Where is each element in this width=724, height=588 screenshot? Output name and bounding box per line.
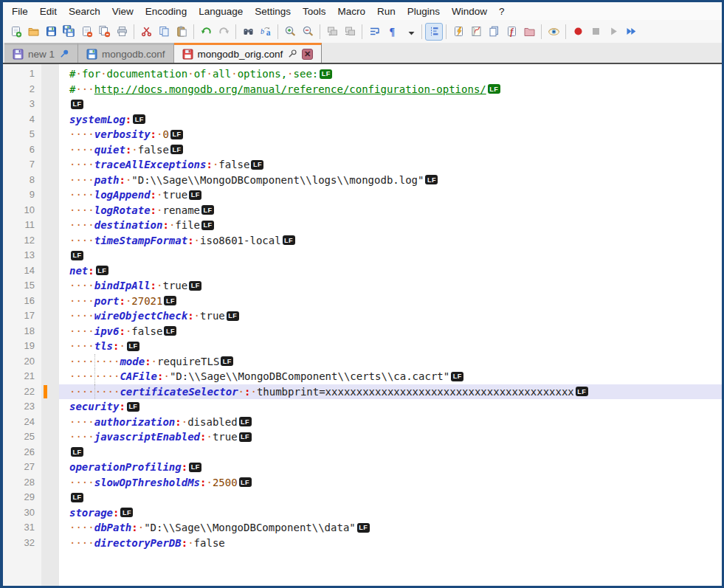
code-text[interactable]: ····traceAllExceptions:·falseLF <box>59 157 722 173</box>
line-number[interactable]: 21 <box>3 369 41 384</box>
code-text[interactable]: ····javascriptEnabled:·trueLF <box>59 429 722 445</box>
line-number[interactable]: 16 <box>3 294 41 309</box>
menu-item-plugins[interactable]: Plugins <box>401 4 446 19</box>
bookmark-margin[interactable] <box>41 97 59 112</box>
line-number[interactable]: 13 <box>3 248 41 263</box>
line-number[interactable]: 23 <box>3 399 41 415</box>
line-number[interactable]: 9 <box>3 187 41 203</box>
code-text[interactable]: ····slowOpThresholdMs:·2500LF <box>59 475 722 491</box>
close-all-docs-button[interactable] <box>95 23 113 41</box>
menu-item-run[interactable]: Run <box>371 4 401 19</box>
word-wrap-button[interactable] <box>365 23 383 41</box>
pin-icon[interactable] <box>287 49 297 59</box>
line-number[interactable]: 1 <box>3 66 41 82</box>
line-number[interactable]: 10 <box>3 203 41 218</box>
folder-as-workspace-button[interactable] <box>520 23 538 41</box>
line-number[interactable]: 7 <box>3 157 41 173</box>
tab-mongodb-conf[interactable]: mongodb.conf <box>78 43 174 63</box>
code-text[interactable]: ····dbPath:·"D:\\Sage\\MongoDBComponent\… <box>59 520 722 536</box>
code-text[interactable]: ····logRotate:·renameLF <box>59 203 722 218</box>
bookmark-margin[interactable] <box>41 66 59 82</box>
line-number[interactable]: 2 <box>3 82 41 97</box>
sync-vertical-button[interactable] <box>323 23 341 41</box>
menu-item-tools[interactable]: Tools <box>297 4 332 19</box>
code-text[interactable]: ····quiet:·falseLF <box>59 142 722 158</box>
bookmark-margin[interactable] <box>41 354 59 370</box>
line-number[interactable]: 27 <box>3 460 41 475</box>
bookmark-margin[interactable] <box>41 490 59 505</box>
bookmark-margin[interactable] <box>41 308 59 324</box>
indent-guide-button[interactable] <box>425 23 443 41</box>
line-number[interactable]: 30 <box>3 505 41 521</box>
code-text[interactable]: ········mode:·requireTLSLF <box>59 354 722 370</box>
line-number[interactable]: 6 <box>3 142 41 158</box>
code-text[interactable]: LF <box>59 490 722 505</box>
line-number[interactable]: 25 <box>3 429 41 445</box>
line-number[interactable]: 14 <box>3 263 41 279</box>
bookmark-margin[interactable] <box>41 369 59 384</box>
bookmark-margin[interactable] <box>41 429 59 445</box>
bookmark-margin[interactable] <box>41 505 59 521</box>
menu-item-language[interactable]: Language <box>193 4 249 19</box>
bookmark-margin[interactable] <box>41 278 59 294</box>
code-text[interactable]: LF <box>59 248 722 263</box>
menu-item-settings[interactable]: Settings <box>249 4 297 19</box>
close-doc-button[interactable] <box>77 23 95 41</box>
bookmark-margin[interactable] <box>41 536 59 551</box>
line-number[interactable]: 22 <box>3 384 41 400</box>
bookmark-margin[interactable] <box>41 248 59 263</box>
find-button[interactable] <box>239 23 257 41</box>
show-all-characters-button[interactable]: ¶ <box>383 23 401 41</box>
bookmark-margin[interactable] <box>41 218 59 233</box>
macro-play-button[interactable] <box>604 23 622 41</box>
code-text[interactable]: ····wireObjectCheck:·trueLF <box>59 308 722 324</box>
macro-stop-button[interactable] <box>587 23 604 41</box>
code-text[interactable]: LF <box>59 97 722 112</box>
line-number[interactable]: 24 <box>3 415 41 430</box>
tab-mongodb-orig-conf[interactable]: mongodb_orig.conf✕ <box>174 43 323 63</box>
bookmark-margin[interactable] <box>41 203 59 218</box>
code-text[interactable]: storage:LF <box>59 505 722 521</box>
line-number[interactable]: 8 <box>3 173 41 188</box>
line-number[interactable]: 5 <box>3 127 41 142</box>
line-number[interactable]: 4 <box>3 112 41 128</box>
bookmark-margin[interactable] <box>41 142 59 158</box>
menu-item-window[interactable]: Window <box>446 4 493 19</box>
bookmark-margin[interactable] <box>41 187 59 203</box>
macro-run-multiple-button[interactable] <box>622 23 640 41</box>
menu-item-edit[interactable]: Edit <box>34 4 63 19</box>
zoom-out-button[interactable] <box>299 23 317 41</box>
line-number[interactable]: 3 <box>3 97 41 112</box>
line-number[interactable]: 19 <box>3 339 41 354</box>
cut-button[interactable] <box>137 23 155 41</box>
code-text[interactable]: ····timeStampFormat:·iso8601-localLF <box>59 233 722 249</box>
code-text[interactable]: systemLog:LF <box>59 112 722 128</box>
bookmark-margin[interactable] <box>41 339 59 354</box>
line-number[interactable]: 29 <box>3 490 41 505</box>
tab-new-1[interactable]: new 1 <box>4 43 78 63</box>
pin-icon[interactable] <box>59 49 69 59</box>
bookmark-margin[interactable] <box>41 233 59 249</box>
bookmark-margin[interactable] <box>41 82 59 97</box>
line-number[interactable]: 12 <box>3 233 41 249</box>
bookmark-margin[interactable] <box>41 127 59 142</box>
replace-button[interactable]: ba <box>257 23 275 41</box>
line-number[interactable]: 17 <box>3 308 41 324</box>
redo-button[interactable] <box>215 23 232 41</box>
bookmark-margin[interactable] <box>41 173 59 188</box>
code-text[interactable]: ····ipv6:·falseLF <box>59 324 722 339</box>
bookmark-margin[interactable] <box>41 415 59 430</box>
bookmark-margin[interactable] <box>41 460 59 475</box>
code-text[interactable]: ········certificateSelector·:·thumbprint… <box>59 384 722 400</box>
code-text[interactable]: operationProfiling:LF <box>59 460 722 475</box>
undo-button[interactable] <box>197 23 215 41</box>
code-text[interactable]: ····path:·"D:\\Sage\\MongoDBComponent\\l… <box>59 173 722 188</box>
menu-item-help[interactable]: ? <box>493 4 511 19</box>
bookmark-margin[interactable] <box>41 112 59 128</box>
code-text[interactable]: #·for·documentation·of·all·options,·see:… <box>59 66 722 82</box>
code-text[interactable]: #···http://docs.mongodb.org/manual/refer… <box>59 82 722 97</box>
monitoring-eye-button[interactable] <box>545 23 562 41</box>
save-all-button[interactable] <box>60 23 77 41</box>
new-file-button[interactable] <box>7 23 24 41</box>
line-number[interactable]: 18 <box>3 324 41 339</box>
